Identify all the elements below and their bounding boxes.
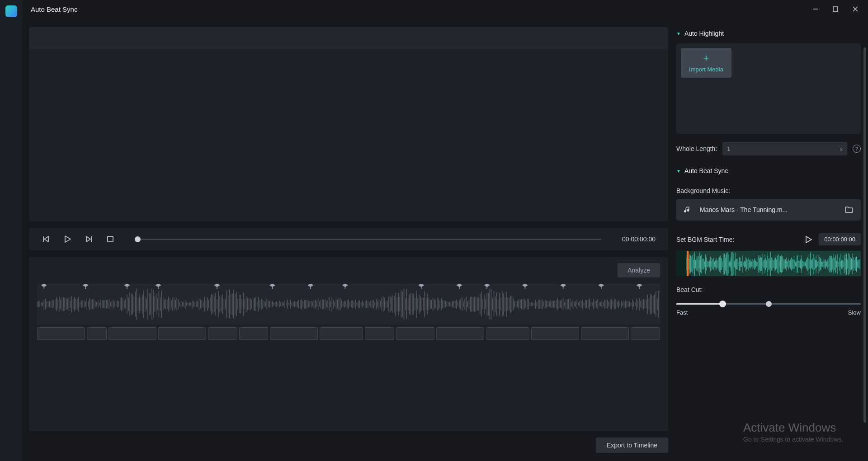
- parent-app-sidebar: [0, 0, 23, 461]
- whole-length-unit: s: [840, 146, 843, 152]
- import-media-button[interactable]: + Import Media: [681, 48, 731, 78]
- chevron-down-icon: ▼: [676, 169, 681, 174]
- clip-segment[interactable]: [239, 327, 269, 340]
- slider-fast-label: Fast: [676, 309, 688, 316]
- bgm-play-button[interactable]: [804, 235, 812, 244]
- clip-segment[interactable]: [320, 327, 363, 340]
- clip-segment[interactable]: [108, 327, 156, 340]
- slider-thumb-secondary[interactable]: [766, 301, 772, 307]
- slider-labels: Fast Slow: [676, 309, 861, 316]
- content-area: 00:00:00:00 Analyze: [23, 18, 868, 461]
- left-panel: 00:00:00:00 Analyze: [23, 18, 675, 461]
- main-waveform[interactable]: [37, 284, 660, 325]
- chevron-down-icon: ▼: [676, 31, 681, 36]
- close-button[interactable]: [851, 5, 860, 14]
- app-logo-icon: [5, 5, 17, 17]
- maximize-button[interactable]: [831, 5, 840, 14]
- minimize-button[interactable]: [811, 5, 820, 14]
- svg-marker-5: [44, 236, 48, 242]
- waveform-panel: Analyze: [29, 257, 668, 431]
- whole-length-label: Whole Length:: [676, 145, 717, 152]
- help-icon[interactable]: ?: [853, 145, 861, 153]
- clip-segment[interactable]: [365, 327, 394, 340]
- media-drop-zone: + Import Media: [676, 43, 861, 134]
- stop-button[interactable]: [107, 235, 114, 243]
- window-controls: [811, 5, 860, 14]
- export-button[interactable]: Export to Timeline: [596, 437, 668, 453]
- svg-marker-7: [86, 236, 90, 242]
- clip-segment[interactable]: [208, 327, 237, 340]
- beat-cut-slider[interactable]: [676, 303, 861, 305]
- slider-slow-label: Slow: [848, 309, 861, 316]
- bgm-waveform[interactable]: [676, 251, 861, 276]
- clip-segment[interactable]: [37, 327, 85, 340]
- slider-thumb[interactable]: [719, 301, 726, 307]
- section-title: Auto Highlight: [684, 30, 724, 37]
- clip-track: [37, 327, 660, 340]
- timecode-display: 00:00:00:00: [622, 235, 656, 243]
- svg-rect-9: [108, 236, 113, 242]
- track-name: Manos Mars - The Tunning.m...: [700, 206, 836, 213]
- section-title: Auto Beat Sync: [684, 167, 728, 174]
- svg-marker-490: [806, 236, 811, 243]
- beat-cut-label: Beat Cut:: [676, 276, 861, 300]
- clip-segment[interactable]: [631, 327, 660, 340]
- titlebar: Auto Beat Sync: [23, 0, 868, 18]
- folder-icon[interactable]: [844, 205, 854, 214]
- slider-fill: [676, 303, 722, 305]
- auto-beat-sync-header[interactable]: ▼ Auto Beat Sync: [676, 159, 861, 181]
- video-preview: [29, 27, 668, 221]
- bgm-pre-region: [676, 251, 686, 276]
- clip-segment[interactable]: [581, 327, 629, 340]
- preview-header-bar: [29, 27, 668, 49]
- next-frame-button[interactable]: [85, 235, 93, 243]
- prev-frame-button[interactable]: [42, 235, 50, 243]
- transport-bar: 00:00:00:00: [29, 228, 668, 250]
- plus-icon: +: [703, 53, 709, 63]
- bgm-playhead[interactable]: [687, 251, 689, 276]
- bgm-start-row: Set BGM Start Time: 00:00:00:00: [676, 221, 861, 251]
- svg-rect-1: [833, 7, 838, 11]
- clip-segment[interactable]: [270, 327, 318, 340]
- seek-thumb[interactable]: [135, 236, 141, 242]
- whole-length-input[interactable]: 1 s: [722, 142, 847, 155]
- bg-music-label: Background Music:: [676, 181, 861, 199]
- whole-length-row: Whole Length: 1 s ?: [676, 134, 861, 159]
- clip-segment[interactable]: [87, 327, 107, 340]
- music-note-icon: [684, 206, 692, 214]
- auto-highlight-header[interactable]: ▼ Auto Highlight: [676, 26, 861, 43]
- clip-segment[interactable]: [158, 327, 206, 340]
- right-panel: ▼ Auto Highlight + Import Media Whole Le…: [675, 18, 868, 461]
- import-label: Import Media: [689, 66, 723, 73]
- clip-segment[interactable]: [531, 327, 579, 340]
- clip-segment[interactable]: [486, 327, 529, 340]
- bgm-start-time[interactable]: 00:00:00:00: [819, 233, 861, 245]
- background-music-field: Manos Mars - The Tunning.m...: [676, 199, 861, 221]
- analyze-button[interactable]: Analyze: [618, 263, 660, 278]
- bgm-start-label: Set BGM Start Time:: [676, 236, 798, 243]
- window-title: Auto Beat Sync: [31, 5, 77, 13]
- svg-marker-6: [65, 236, 71, 242]
- clip-segment[interactable]: [436, 327, 484, 340]
- clip-segment[interactable]: [396, 327, 434, 340]
- whole-length-value: 1: [727, 146, 730, 152]
- scrollbar[interactable]: [863, 47, 866, 423]
- auto-beat-sync-window: Auto Beat Sync: [23, 0, 868, 461]
- play-button[interactable]: [63, 235, 71, 243]
- seek-slider[interactable]: [135, 239, 601, 240]
